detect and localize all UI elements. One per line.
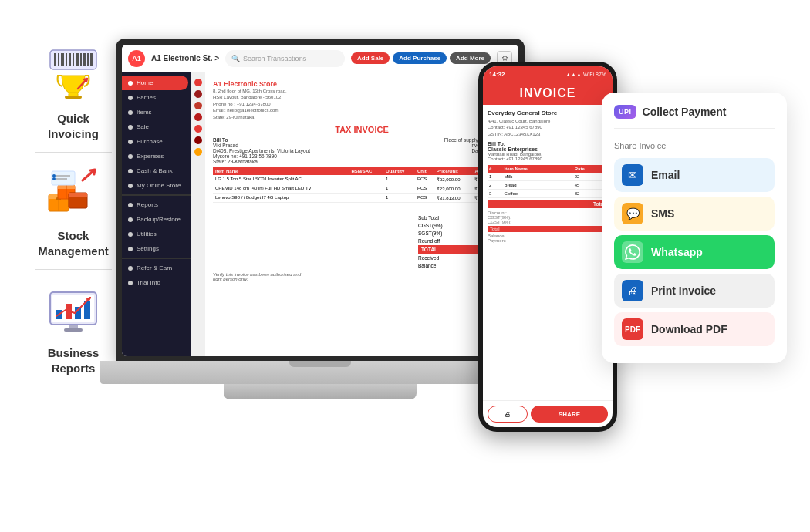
quick-invoicing-icon: [42, 46, 104, 108]
phone-share-button[interactable]: SHARE: [531, 406, 608, 423]
svg-rect-2: [58, 53, 59, 66]
share-option-email[interactable]: ✉ Email: [614, 158, 775, 192]
svg-point-26: [52, 174, 56, 177]
phone-invoice-header: INVOICE: [483, 82, 613, 105]
table-row: LG 1.5 Ton 5 Star LSC01 Inverter Split A…: [213, 175, 511, 184]
color-dot-darkred2[interactable]: [194, 136, 202, 144]
sidebar-item-expenses[interactable]: Expenses: [122, 149, 191, 163]
sidebar-item-sale[interactable]: Sale: [122, 120, 191, 134]
share-option-sms[interactable]: 💬 SMS: [614, 197, 775, 231]
invoice-store-name: A1 Electronic Store: [213, 80, 287, 88]
phone-invoice-title: INVOICE: [488, 86, 608, 100]
svg-point-27: [52, 177, 56, 180]
phone-customer-name: Classic Enterprises: [488, 146, 608, 152]
sidebar-item-backup[interactable]: Backup/Restore: [122, 212, 191, 227]
sidebar-item-cash-bank[interactable]: Cash & Bank: [122, 163, 191, 178]
print-icon: 🖨: [622, 280, 643, 301]
share-option-whatsapp[interactable]: Whatsapp: [614, 235, 775, 269]
col-price: Price/Unit: [434, 167, 473, 175]
color-dot-darkred[interactable]: [194, 90, 202, 98]
quick-invoicing-label: QuickInvoicing: [48, 111, 99, 141]
phone-total-final: Total: [488, 226, 608, 232]
phone-footer: 🖨 SHARE: [483, 400, 613, 427]
color-bar: [191, 72, 205, 356]
phone-screen: 14:32 ▲▲▲ WiFi 87% INVOICE Everyday Gene…: [483, 66, 613, 427]
sidebar-item-settings[interactable]: Settings: [122, 241, 191, 256]
table-row: CHEVID 148 cm (40 in) Full HD Smart LED …: [213, 184, 511, 193]
color-dot-red[interactable]: [194, 79, 202, 86]
sidebar-dot: [128, 217, 133, 222]
app-header: A1 A1 Electronic St. > 🔍 Search Transact…: [122, 45, 518, 72]
email-icon: ✉: [622, 164, 643, 186]
sms-icon: 💬: [622, 203, 643, 224]
sidebar-item-purchase[interactable]: Purchase: [122, 134, 191, 149]
sidebar-dot: [128, 232, 133, 237]
invoice-summary: Verify this invoice has been authorised …: [213, 272, 511, 281]
sidebar-item-parties[interactable]: Parties: [122, 90, 191, 105]
search-bar[interactable]: 🔍 Search Transactions: [225, 50, 345, 67]
phone-status-bar: 14:32 ▲▲▲ WiFi 87%: [483, 66, 613, 82]
svg-rect-6: [73, 53, 74, 66]
share-option-pdf[interactable]: PDF Download PDF: [614, 312, 775, 346]
color-dot-orange[interactable]: [194, 148, 202, 156]
laptop: A1 A1 Electronic St. > 🔍 Search Transact…: [100, 39, 540, 470]
svg-rect-13: [65, 96, 82, 99]
stock-management-label: StockManagement: [38, 228, 109, 258]
svg-rect-7: [76, 53, 79, 66]
phone-payment-label: Payment: [488, 238, 608, 243]
phone-print-button[interactable]: 🖨: [488, 406, 528, 423]
sidebar-item-home[interactable]: Home: [122, 76, 188, 90]
invoice-header: A1 Electronic Store 8, 2nd floor of MG, …: [213, 80, 511, 120]
invoice-area: A1 Electronic Store 8, 2nd floor of MG, …: [205, 72, 518, 356]
add-more-button[interactable]: Add More: [450, 52, 491, 64]
stock-management-icon: [42, 163, 104, 225]
svg-rect-11: [90, 53, 93, 66]
phone-time: 14:32: [489, 71, 505, 78]
color-dot-red2[interactable]: [194, 125, 202, 133]
color-dot-maroon[interactable]: [194, 113, 202, 121]
pdf-icon: PDF: [622, 318, 643, 340]
phone-device: 14:32 ▲▲▲ WiFi 87% INVOICE Everyday Gene…: [478, 62, 617, 432]
wifi-icon: WiFi: [583, 72, 594, 77]
invoice-store-details: 8, 2nd floor of MG, 13th Cross road, HSR…: [213, 88, 287, 120]
phone-content: Everyday General Store 4/41, Classic Cou…: [483, 105, 613, 400]
laptop-notch: [289, 361, 351, 367]
phone-status-icons: ▲▲▲ WiFi 87%: [565, 72, 606, 77]
app-screen: A1 A1 Electronic St. > 🔍 Search Transact…: [122, 45, 518, 356]
phone-items-table: # Item Name Rate 1 Milk 22 2 Bread 45: [488, 165, 608, 198]
laptop-screen: A1 A1 Electronic St. > 🔍 Search Transact…: [116, 39, 525, 362]
sidebar-item-utilities[interactable]: Utilities: [122, 227, 191, 241]
header-buttons: Add Sale Add Purchase Add More: [351, 52, 491, 64]
phone-col-name: Item Name: [503, 165, 573, 173]
pdf-label: Download PDF: [651, 323, 727, 335]
invoice-totals: Sub Total ₹78,900.93 CGST(9%) ₹577.66% S…: [213, 214, 511, 270]
sidebar-dot: [128, 140, 133, 144]
store-name: A1 Electronic St. >: [151, 54, 219, 62]
phone-table-row: 2 Bread 45: [488, 181, 608, 190]
sidebar-item-reports[interactable]: Reports: [122, 197, 191, 212]
email-label: Email: [651, 169, 680, 181]
color-dot-crimson[interactable]: [194, 102, 202, 109]
sms-label: SMS: [651, 207, 674, 220]
table-row: Lenovo S90 / i Budget I7 4G Laptop 1 PCS…: [213, 193, 511, 202]
add-purchase-button[interactable]: Add Purchase: [393, 52, 447, 64]
upi-badge: UPI: [614, 105, 636, 119]
col-qty: Quantity: [383, 167, 415, 175]
share-option-print[interactable]: 🖨 Print Invoice: [614, 274, 775, 308]
phone-store-address: 4/41, Classic Court, Bangalore: [488, 118, 608, 124]
phone-total-row: Total: [488, 200, 608, 208]
whatsapp-icon: [622, 241, 643, 263]
phone-table-row: 3 Coffee 82: [488, 190, 608, 198]
phone-bill-to: Bill To: Classic Enterprises Marthalli R…: [488, 141, 608, 161]
sidebar-item-refer[interactable]: Refer & Earn: [122, 261, 191, 275]
bill-to-section: Bill To Viki Prasad D/403, Prestige Apar…: [213, 137, 310, 164]
sidebar-dot: [128, 281, 133, 285]
svg-rect-10: [87, 53, 89, 66]
sidebar-item-items[interactable]: Items: [122, 105, 191, 120]
sidebar-item-online-store[interactable]: My Online Store: [122, 178, 191, 193]
sidebar-item-trial[interactable]: Trial Info: [122, 275, 191, 290]
main-content: A1 Electronic Store 8, 2nd floor of MG, …: [191, 72, 518, 356]
add-sale-button[interactable]: Add Sale: [351, 52, 390, 64]
sidebar-dot: [128, 125, 133, 130]
business-reports-icon: [42, 281, 104, 342]
